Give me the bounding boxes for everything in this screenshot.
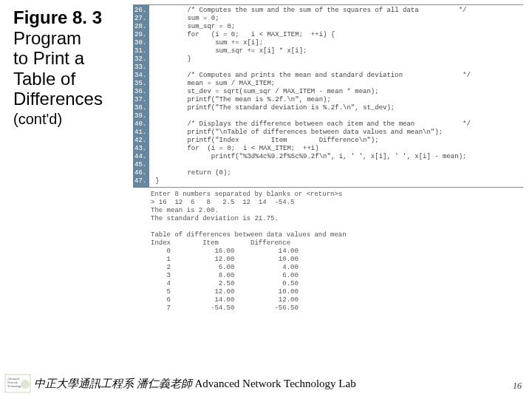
line-number: 42. bbox=[134, 137, 146, 145]
output-line: 3 8.00 6.00 bbox=[151, 272, 523, 280]
output-line: The mean is 2.00. bbox=[151, 207, 523, 215]
output-line: Index Item Difference bbox=[151, 239, 523, 248]
code-body: /* Computes the sum and the sum of the s… bbox=[149, 5, 523, 188]
code-line: /* Computes the sum and the sum of the s… bbox=[155, 7, 523, 15]
lab-logo-icon: AdvancedNetworkTechnology bbox=[4, 374, 31, 393]
output-line: 4 2.50 0.50 bbox=[151, 280, 523, 288]
output-line: 0 16.00 14.00 bbox=[151, 248, 523, 256]
code-line: st_dev = sqrt(sum_sqr / MAX_ITEM - mean … bbox=[155, 88, 523, 96]
line-number: 34. bbox=[134, 72, 146, 80]
line-number: 47. bbox=[134, 177, 146, 185]
line-number: 44. bbox=[134, 153, 146, 161]
output-line: Table of differences between data values… bbox=[151, 231, 523, 239]
code-line: sum += x[i]; bbox=[155, 39, 523, 47]
line-number: 26. bbox=[134, 7, 146, 15]
continued-label: (cont'd) bbox=[13, 111, 127, 128]
footer-bar: AdvancedNetworkTechnology 中正大學通訊工程系 潘仁義老… bbox=[0, 372, 532, 395]
code-line: } bbox=[155, 55, 523, 64]
page-number: 16 bbox=[513, 381, 522, 392]
line-number: 30. bbox=[134, 39, 146, 47]
code-line: return (0); bbox=[155, 169, 523, 177]
output-line: 5 12.00 10.00 bbox=[151, 288, 523, 296]
code-line: sum_sqr += x[i] * x[i]; bbox=[155, 47, 523, 55]
output-line: 6 14.00 12.00 bbox=[151, 296, 523, 304]
line-number: 40. bbox=[134, 120, 146, 129]
title-line: Program bbox=[13, 28, 127, 49]
title-line: Table of bbox=[13, 69, 127, 89]
code-line bbox=[155, 64, 523, 72]
line-number: 31. bbox=[134, 47, 146, 55]
line-number: 39. bbox=[134, 112, 146, 120]
code-line: for (i = 0; i < MAX_ITEM; ++i) { bbox=[155, 31, 523, 39]
output-line: > 16 12 6 8 2.5 12 14 -54.5 bbox=[151, 199, 523, 207]
code-line: /* Computes and prints the mean and stan… bbox=[155, 72, 523, 80]
line-number: 45. bbox=[134, 161, 146, 169]
line-gutter: 26.27.28.29.30.31.32.33.34.35.36.37.38.3… bbox=[133, 5, 149, 188]
code-line bbox=[155, 161, 523, 169]
line-number: 43. bbox=[134, 145, 146, 153]
title-line: Differences bbox=[13, 89, 127, 109]
code-line: sum_sqr = 0; bbox=[155, 23, 523, 31]
code-line: printf("The standard deviation is %.2f.\… bbox=[155, 104, 523, 112]
svg-point-4 bbox=[21, 380, 30, 389]
line-number: 28. bbox=[134, 23, 146, 31]
line-number: 37. bbox=[134, 96, 146, 104]
code-line: printf("\nTable of differences between d… bbox=[155, 129, 523, 137]
title-column: Figure 8. 3 Program to Print a Table of … bbox=[0, 0, 133, 362]
program-output: Enter 8 numbers separated by blanks or <… bbox=[133, 188, 523, 313]
footer-cn: 中正大學通訊工程系 潘仁義老師 bbox=[34, 378, 195, 389]
code-line: for (i = 0; i < MAX_ITEM; ++i) bbox=[155, 145, 523, 153]
title-line: to Print a bbox=[13, 48, 127, 69]
code-line: /* Displays the difference between each … bbox=[155, 120, 523, 129]
output-line: 2 6.00 4.00 bbox=[151, 264, 523, 272]
code-line: printf("Index Item Difference\n"); bbox=[155, 137, 523, 145]
line-number: 36. bbox=[134, 88, 146, 96]
code-listing: 26.27.28.29.30.31.32.33.34.35.36.37.38.3… bbox=[133, 4, 523, 188]
code-line: mean = sum / MAX_ITEM; bbox=[155, 80, 523, 88]
line-number: 38. bbox=[134, 104, 146, 112]
output-line: 7 -54.50 -56.50 bbox=[151, 304, 523, 313]
line-number: 46. bbox=[134, 169, 146, 177]
content-column: 26.27.28.29.30.31.32.33.34.35.36.37.38.3… bbox=[133, 0, 532, 362]
line-number: 27. bbox=[134, 15, 146, 23]
line-number: 41. bbox=[134, 129, 146, 137]
code-line: printf("%3d%4c%9.2f%5c%9.2f\n", i, ' ', … bbox=[155, 153, 523, 161]
output-line: The standard deviation is 21.75. bbox=[151, 215, 523, 223]
footer-text: 中正大學通訊工程系 潘仁義老師 Advanced Network Technol… bbox=[34, 377, 356, 391]
line-number: 33. bbox=[134, 64, 146, 72]
line-number: 29. bbox=[134, 31, 146, 39]
code-line bbox=[155, 112, 523, 120]
output-line: Enter 8 numbers separated by blanks or <… bbox=[151, 191, 523, 199]
line-number: 35. bbox=[134, 80, 146, 88]
output-line: 1 12.00 10.00 bbox=[151, 256, 523, 264]
svg-text:Technology: Technology bbox=[7, 384, 21, 388]
line-number: 32. bbox=[134, 55, 146, 64]
code-line: sum = 0; bbox=[155, 15, 523, 23]
footer-en: Advanced Network Technology Lab bbox=[195, 378, 356, 389]
output-line bbox=[151, 223, 523, 231]
figure-number: Figure 8. 3 bbox=[13, 7, 127, 28]
code-line: } bbox=[155, 177, 523, 185]
code-line: printf("The mean is %.2f.\n", mean); bbox=[155, 96, 523, 104]
